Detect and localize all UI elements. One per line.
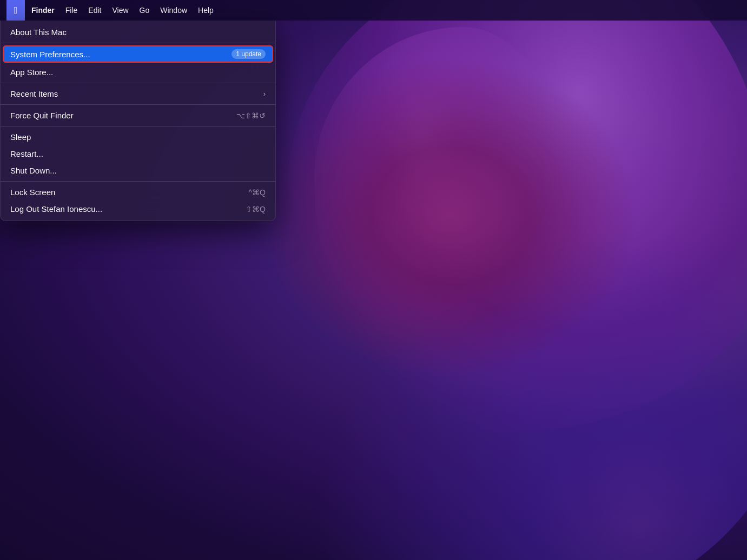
menubar-item-finder[interactable]: Finder (27, 4, 59, 17)
menubar-items: Finder File Edit View Go Window Help (27, 4, 218, 17)
menu-item-lock-screen-label: Lock Screen (10, 188, 55, 197)
force-quit-shortcut: ⌥⇧⌘↺ (236, 111, 266, 120)
menu-item-sleep[interactable]: Sleep (1, 129, 275, 145)
apple-menu-button[interactable]:  (6, 0, 25, 21)
system-prefs-update-badge: 1 update (232, 49, 266, 59)
menubar-item-go[interactable]: Go (135, 4, 154, 17)
menu-item-system-prefs-label: System Preferences... (10, 50, 90, 59)
submenu-arrow-icon: › (263, 90, 266, 98)
menu-item-logout[interactable]: Log Out Stefan Ionescu... ⇧⌘Q (1, 201, 275, 217)
menu-item-restart[interactable]: Restart... (1, 145, 275, 162)
menu-item-force-quit-label: Force Quit Finder (10, 111, 74, 120)
menubar:  Finder File Edit View Go Window Help (0, 0, 747, 21)
wave-decoration-2 (314, 27, 585, 405)
menu-item-force-quit[interactable]: Force Quit Finder ⌥⇧⌘↺ (1, 107, 275, 124)
menubar-item-window[interactable]: Window (156, 4, 191, 17)
wave-decoration-1 (260, 182, 747, 560)
menu-separator-3 (1, 104, 275, 105)
menu-item-about[interactable]: About This Mac (1, 24, 275, 41)
menu-item-system-prefs[interactable]: System Preferences... 1 update (3, 45, 273, 63)
menu-separator-2 (1, 83, 275, 83)
menu-item-about-label: About This Mac (10, 28, 67, 37)
menu-separator-1 (1, 43, 275, 43)
menu-item-lock-screen[interactable]: Lock Screen ^⌘Q (1, 184, 275, 201)
apple-dropdown-menu: About This Mac System Preferences... 1 u… (0, 21, 276, 221)
lock-screen-shortcut: ^⌘Q (249, 188, 266, 197)
menu-item-shutdown-label: Shut Down... (10, 166, 57, 175)
menu-separator-4 (1, 126, 275, 126)
menubar-item-file[interactable]: File (61, 4, 82, 17)
menubar-item-edit[interactable]: Edit (84, 4, 105, 17)
menu-item-shutdown[interactable]: Shut Down... (1, 162, 275, 179)
menu-item-app-store[interactable]: App Store... (1, 64, 275, 81)
menu-separator-5 (1, 181, 275, 182)
logout-shortcut: ⇧⌘Q (246, 205, 266, 214)
menubar-item-view[interactable]: View (108, 4, 133, 17)
menu-item-recent-items-label: Recent Items (10, 89, 58, 98)
menu-item-logout-label: Log Out Stefan Ionescu... (10, 204, 102, 214)
menu-item-restart-label: Restart... (10, 149, 43, 158)
apple-logo-icon:  (14, 5, 18, 15)
menu-item-app-store-label: App Store... (10, 68, 53, 77)
menu-item-recent-items[interactable]: Recent Items › (1, 85, 275, 102)
menu-item-sleep-label: Sleep (10, 132, 31, 142)
menubar-item-help[interactable]: Help (194, 4, 218, 17)
